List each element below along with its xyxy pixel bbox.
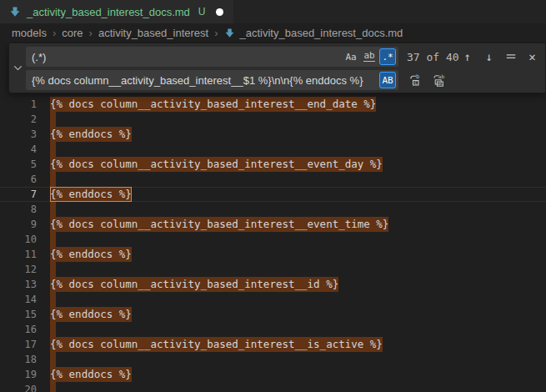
editor[interactable]: 1{% docs column__activity_based_interest… [0,42,546,392]
find-input[interactable] [26,48,343,66]
line-content [37,292,56,307]
find-match: {% docs column__activity_based_interest_… [50,277,338,292]
find-match: {% enddocs %} [50,247,132,262]
line-number: 3 [0,127,37,142]
svg-text:ac: ac [437,80,443,86]
breadcrumb-item[interactable]: models [12,27,47,39]
line-content: {% docs column__activity_based_interest_… [37,337,383,352]
editor-line[interactable]: 14 [0,292,546,307]
editor-tab[interactable]: _activity_based_interest_docs.md U [0,0,233,23]
line-number: 14 [0,292,37,307]
find-in-selection-button[interactable] [502,48,519,66]
line-number: 15 [0,307,37,322]
breadcrumb-item[interactable]: activity_based_interest [98,27,208,39]
line-content: {% docs column__activity_based_interest_… [37,277,338,292]
line-number: 19 [0,367,37,382]
breadcrumb-file[interactable]: _activity_based_interest_docs.md [224,27,403,39]
whole-word-button[interactable]: ab [361,48,378,65]
editor-line[interactable]: 12 [0,262,546,277]
breadcrumb-item[interactable]: core [62,27,83,39]
line-number: 9 [0,217,37,232]
line-number: 18 [0,352,37,367]
line-number: 8 [0,202,37,217]
line-number: 12 [0,262,37,277]
previous-match-button[interactable]: ↑ [458,48,476,66]
line-number: 10 [0,232,37,247]
line-number: 7 [0,187,37,202]
line-content [37,142,56,157]
editor-line[interactable]: 20 [0,382,546,392]
editor-line[interactable]: 13{% docs column__activity_based_interes… [0,277,546,292]
editor-line[interactable]: 19{% enddocs %} [0,367,546,382]
editor-line[interactable]: 5{% docs column__activity_based_interest… [0,157,546,172]
breadcrumb-path: models›core›activity_based_interest› [12,27,224,39]
editor-line[interactable]: 7{% enddocs %} [0,187,546,202]
replace-all-button[interactable]: ab ac [429,72,447,89]
editor-line[interactable]: 6 [0,172,546,187]
line-number: 11 [0,247,37,262]
find-results-count: 37 of 40 [407,51,458,63]
next-match-button[interactable]: ↓ [480,48,498,66]
line-number: 20 [0,382,37,392]
editor-line[interactable]: 10 [0,232,546,247]
breadcrumb-separator: › [53,27,56,39]
line-content [37,262,56,277]
line-content: {% docs column__activity_based_interest_… [37,97,376,112]
chevron-down-icon [13,63,23,73]
regex-button[interactable]: .* [379,48,396,65]
replace-input[interactable] [26,71,379,89]
line-number: 1 [0,97,37,112]
line-number: 2 [0,112,37,127]
find-match [50,112,56,127]
find-match [50,382,56,392]
find-widget: Aa ab .* 37 of 40 ↑ ↓ [8,43,546,93]
line-number: 16 [0,322,37,337]
line-content: {% enddocs %} [37,367,132,382]
line-content: {% enddocs %} [37,127,132,142]
editor-line[interactable]: 9{% docs column__activity_based_interest… [0,217,546,232]
match-case-button[interactable]: Aa [343,48,359,65]
line-content: {% docs column__activity_based_interest_… [37,217,388,232]
replace-button[interactable]: b c [406,72,423,89]
find-row: Aa ab .* 37 of 40 ↑ ↓ [26,47,540,67]
breadcrumb-separator: › [89,27,93,39]
find-match [50,232,56,247]
find-match: {% enddocs %} [50,307,132,322]
line-content [37,322,56,337]
editor-line[interactable]: 17{% docs column__activity_based_interes… [0,337,546,352]
editor-line[interactable]: 8 [0,202,546,217]
preserve-case-button[interactable]: AB [379,72,396,88]
replace-input-wrap: AB [26,70,398,90]
find-match [50,322,56,337]
toggle-replace-button[interactable] [9,43,26,93]
line-number: 5 [0,157,37,172]
line-number: 4 [0,142,37,157]
git-status-badge: U [198,6,206,18]
tab-bar: _activity_based_interest_docs.md U [0,0,546,23]
editor-line[interactable]: 4 [0,142,546,157]
svg-text:c: c [414,79,418,86]
markdown-file-icon [224,27,236,38]
editor-line[interactable]: 2 [0,112,546,127]
find-match: {% docs column__activity_based_interest_… [50,337,383,352]
editor-line[interactable]: 16 [0,322,546,337]
line-content: {% docs column__activity_based_interest_… [37,157,383,172]
editor-lines: 1{% docs column__activity_based_interest… [0,97,546,392]
find-match: {% enddocs %} [50,127,132,142]
find-match [50,202,56,217]
find-match [50,352,56,367]
find-match [50,262,56,277]
editor-line[interactable]: 18 [0,352,546,367]
editor-line[interactable]: 1{% docs column__activity_based_interest… [0,97,546,112]
modified-dot-icon[interactable] [216,8,223,16]
line-content: {% enddocs %} [37,247,132,262]
svg-text:ab: ab [438,73,444,79]
editor-line[interactable]: 15{% enddocs %} [0,307,546,322]
line-content [37,112,56,127]
replace-row: AB b c [26,70,540,90]
editor-line[interactable]: 3{% enddocs %} [0,127,546,142]
replace-all-icon: ab ac [432,73,445,87]
close-find-widget-button[interactable]: ✕ [523,48,541,66]
editor-line[interactable]: 11{% enddocs %} [0,247,546,262]
line-content [37,352,56,367]
